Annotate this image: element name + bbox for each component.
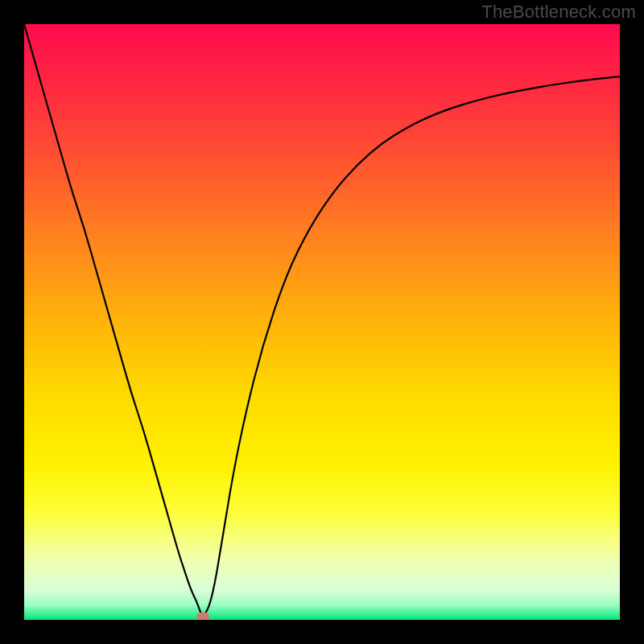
gradient-background <box>24 24 620 620</box>
watermark-text: TheBottleneck.com <box>481 2 636 23</box>
chart-frame: TheBottleneck.com <box>0 0 644 644</box>
chart-svg <box>24 24 620 620</box>
plot-area <box>24 24 620 620</box>
